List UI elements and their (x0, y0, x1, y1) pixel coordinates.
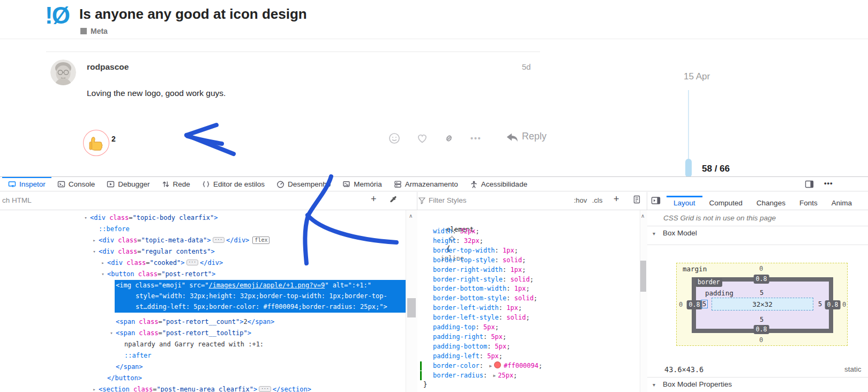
expanded-arrow-icon[interactable]: ▾ (100, 269, 106, 279)
property-name[interactable]: padding-right (433, 333, 483, 341)
expanded-arrow-icon[interactable]: ▾ (108, 328, 115, 338)
markup-node-line[interactable]: ▸<div class="cooked">···</div> (107, 257, 223, 268)
property-name[interactable]: border-top-width (433, 247, 495, 254)
property-value[interactable]: 5px (491, 333, 503, 341)
box-model-properties-header[interactable]: Box Model Properties (663, 380, 732, 388)
padding-left-value[interactable]: 5 (701, 300, 708, 308)
markup-node-line[interactable]: </button> (107, 373, 142, 383)
expand-inline-icon[interactable]: ··· (259, 386, 271, 392)
sidebar-tab-layout[interactable]: Layout (667, 196, 702, 210)
property-value[interactable]: 1px (503, 247, 514, 254)
padding-right-value[interactable]: 5 (818, 300, 822, 308)
like-heart-icon[interactable] (416, 132, 429, 145)
markup-view[interactable]: ▸<div class="topic-avatar">···</div>▾<di… (0, 210, 417, 392)
property-name[interactable]: padding-left (433, 352, 480, 360)
reply-arrow-icon[interactable] (506, 132, 519, 144)
css-property-border-top-width[interactable]: border-top-width: 1px; (433, 246, 518, 255)
emoji-react-icon[interactable] (388, 132, 401, 145)
margin-bottom-value[interactable]: 0 (759, 336, 763, 344)
class-toggle[interactable]: .cls (592, 196, 603, 204)
more-actions-icon[interactable]: ••• (470, 134, 482, 143)
add-node-icon[interactable]: + (371, 194, 377, 205)
reply-button[interactable]: Reply (522, 131, 547, 142)
property-name[interactable]: border-bottom-width (433, 285, 506, 292)
markup-node-line[interactable]: ::after (124, 350, 152, 361)
markup-node-line[interactable]: style="width: 32px;height: 32px;border-t… (136, 291, 387, 301)
expand-inline-icon[interactable]: ··· (186, 260, 198, 265)
timeline-date[interactable]: 15 Apr (684, 71, 710, 82)
padding-top-value[interactable]: 5 (760, 289, 764, 297)
devtools-tab-inspector[interactable]: Inspetor (2, 177, 51, 191)
expanded-arrow-icon[interactable]: ▾ (83, 212, 89, 223)
property-name[interactable]: height (433, 237, 456, 245)
border-top-value[interactable]: 0.8 (754, 275, 769, 284)
css-property-padding-left[interactable]: padding-left: 5px; (433, 351, 503, 361)
rules-scrollbar-thumb[interactable] (640, 261, 646, 292)
markup-node-line[interactable]: st…dding-left: 5px;border-color: #ff0000… (136, 301, 387, 312)
markup-node-line[interactable]: <span class="post-retort__count">2</span… (116, 316, 274, 327)
print-media-icon[interactable] (633, 195, 641, 204)
markup-node-line[interactable]: ▾<button class="post-retort"> (107, 269, 215, 279)
markup-node-line[interactable]: ▸<div class="topic-avatar">···</div> (90, 210, 229, 211)
post-author[interactable]: rodpascoe (87, 62, 129, 72)
devtools-tab-performance[interactable]: Desempenho (271, 177, 336, 191)
property-name[interactable]: border-right-style (433, 276, 503, 283)
pseudo-class-toggle[interactable]: :hov (574, 196, 587, 204)
markup-node-line[interactable]: <img class="emoji" src="/images/emoji/ap… (116, 280, 371, 291)
sidebar-tab-changes[interactable]: Changes (750, 196, 792, 210)
property-name[interactable]: border-left-width (433, 304, 499, 312)
devtools-tab-console[interactable]: Console (51, 177, 101, 191)
property-expander-icon[interactable]: ▶ (489, 364, 492, 368)
markup-node-line[interactable]: ::before (99, 224, 130, 234)
css-property-border-color[interactable]: border-color: ▶#ff000094; (433, 361, 542, 371)
devtools-tab-debugger[interactable]: Debugger (101, 177, 155, 191)
property-value[interactable]: 5px (483, 323, 495, 331)
css-property-height[interactable]: height: 32px; (433, 236, 483, 246)
collapsed-arrow-icon[interactable]: ▸ (91, 235, 98, 246)
css-property-border-left-style[interactable]: border-left-style: solid; (433, 313, 530, 322)
markup-node-line[interactable]: ▾<span class="post-retort__tooltip"> (116, 328, 251, 338)
devtools-tab-network[interactable]: Rede (156, 177, 196, 191)
property-expander-icon[interactable]: ▶ (493, 373, 496, 378)
property-value[interactable]: 25px (498, 372, 513, 379)
property-value[interactable]: 32px (464, 237, 480, 245)
box-model-props-collapse-icon[interactable]: ▾ (653, 382, 655, 388)
devtools-tab-accessibility[interactable]: Acessibilidade (464, 177, 533, 191)
sidebar-tab-fonts[interactable]: Fonts (792, 196, 825, 210)
property-name[interactable]: padding-top (433, 323, 475, 331)
property-value[interactable]: 5px (487, 352, 499, 360)
link-share-icon[interactable] (443, 132, 455, 145)
category-badge[interactable]: Meta (80, 27, 108, 35)
property-name[interactable]: border-bottom-style (433, 294, 506, 302)
markup-node-line[interactable]: ▸<div class="topic-meta-data">···</div>f… (99, 235, 270, 246)
property-name[interactable]: border-left-style (433, 314, 499, 321)
devtools-menu-icon[interactable]: ••• (824, 179, 833, 187)
css-property-border-bottom-width[interactable]: border-bottom-width: 1px; (433, 284, 530, 293)
property-value[interactable]: 5px (495, 343, 507, 350)
devtools-tab-storage[interactable]: Armazenamento (388, 177, 464, 191)
border-right-value[interactable]: 0.8 (825, 300, 841, 309)
expand-inline-icon[interactable]: ··· (213, 237, 225, 243)
search-html-input[interactable]: ch HTML (2, 196, 32, 204)
property-name[interactable]: border-top-style (433, 256, 495, 264)
markup-node-line[interactable]: ▸<section class="post-menu-area clearfix… (99, 384, 311, 392)
markup-node-line[interactable]: </span> (116, 361, 143, 372)
sidebar-tab-computed[interactable]: Computed (702, 196, 750, 210)
avatar[interactable] (50, 60, 76, 85)
collapsed-arrow-icon[interactable]: ▸ (100, 257, 106, 268)
sidebar-tab-anima[interactable]: Anima (825, 196, 859, 210)
css-property-width[interactable]: width: 32px; (433, 226, 480, 236)
dock-side-icon[interactable] (805, 180, 814, 189)
rules-view[interactable]: element { inline } width: 32px;height: 3… (417, 210, 640, 392)
margin-left-value[interactable]: 0 (679, 301, 683, 308)
add-rule-icon[interactable]: + (613, 194, 619, 205)
css-property-padding-bottom[interactable]: padding-bottom: 5px; (433, 342, 511, 351)
property-value[interactable]: solid (511, 276, 530, 283)
sidebar-toggle-icon[interactable] (651, 196, 661, 205)
padding-bottom-value[interactable]: 5 (760, 316, 764, 323)
markup-scrollbar-thumb[interactable] (407, 298, 416, 317)
forum-logo[interactable]: !Ø (45, 2, 69, 29)
expanded-arrow-icon[interactable]: ▾ (91, 246, 98, 257)
css-property-padding-right[interactable]: padding-right: 5px; (433, 332, 506, 342)
thumbsup-reaction-button[interactable] (83, 130, 109, 156)
